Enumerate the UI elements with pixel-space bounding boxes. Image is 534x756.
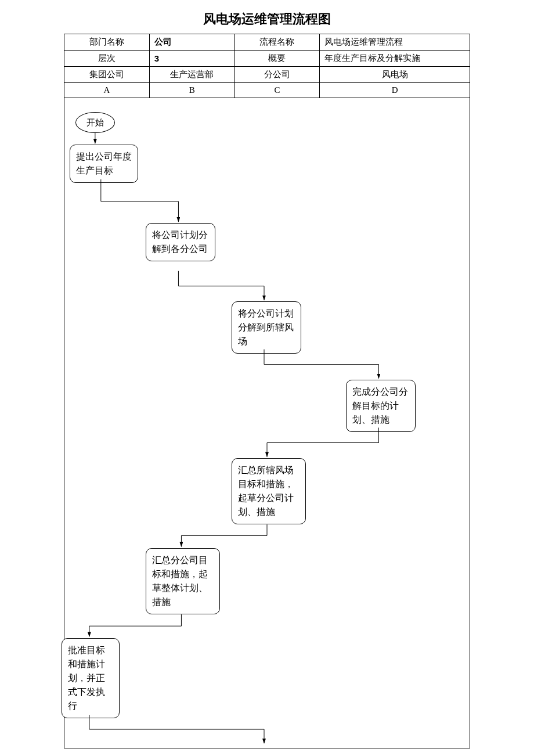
node-propose-target: 提出公司年度生产目标 — [70, 145, 138, 183]
header-table: 部门名称 公司 流程名称 风电场运维管理流程 层次 3 概要 年度生产目标及分解… — [64, 34, 470, 98]
node-summarize-farm: 汇总所辖风场目标和措施，起草分公司计划、措施 — [232, 458, 306, 524]
proc-label: 流程名称 — [234, 34, 320, 51]
dept-value: 公司 — [149, 34, 234, 51]
start-node: 开始 — [75, 112, 115, 133]
dept-label: 部门名称 — [64, 34, 150, 51]
col-b-name: 生产运营部 — [149, 67, 234, 83]
col-b-letter: B — [149, 83, 234, 98]
summary-label: 概要 — [234, 51, 320, 67]
col-c-letter: C — [234, 83, 320, 98]
node-approve: 批准目标和措施计划，并正式下发执行 — [62, 638, 120, 718]
summary-value: 年度生产目标及分解实施 — [320, 51, 470, 67]
node-summarize-branch: 汇总分公司目标和措施，起草整体计划、措施 — [146, 548, 220, 614]
node-complete-plan: 完成分公司分解目标的计划、措施 — [346, 380, 416, 432]
col-a-letter: A — [64, 83, 150, 98]
proc-value: 风电场运维管理流程 — [320, 34, 470, 51]
page-title: 风电场运维管理流程图 — [0, 0, 534, 34]
node-decompose-company: 将公司计划分解到各分公司 — [146, 223, 215, 261]
col-d-letter: D — [320, 83, 470, 98]
node-decompose-branch: 将分公司计划分解到所辖风场 — [232, 301, 301, 354]
level-value: 3 — [149, 51, 234, 67]
col-a-name: 集团公司 — [64, 67, 150, 83]
flow-area: 开始 提出公司年度生产目标 将公司计划分解到各分公司 将分公司计划分解到所辖风场… — [64, 98, 470, 748]
level-label: 层次 — [64, 51, 150, 67]
col-d-name: 风电场 — [320, 67, 470, 83]
col-c-name: 分公司 — [234, 67, 320, 83]
